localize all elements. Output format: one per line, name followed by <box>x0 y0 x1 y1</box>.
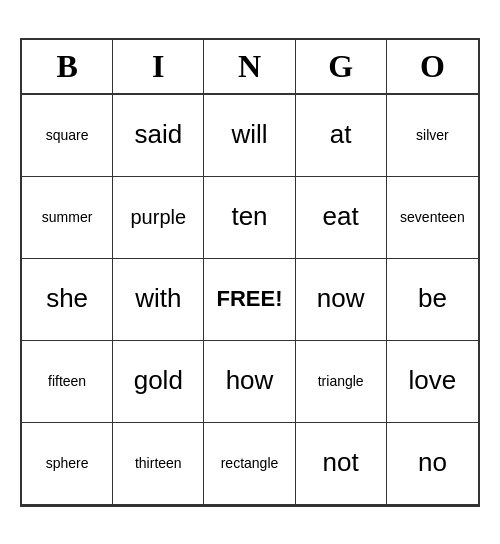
bingo-cell: triangle <box>296 341 387 423</box>
bingo-cell: ten <box>204 177 295 259</box>
bingo-header: BINGO <box>22 40 478 95</box>
bingo-cell: fifteen <box>22 341 113 423</box>
bingo-cell: silver <box>387 95 478 177</box>
bingo-cell: not <box>296 423 387 505</box>
header-letter: G <box>296 40 387 93</box>
bingo-grid: squaresaidwillatsilversummerpurpleteneat… <box>22 95 478 505</box>
bingo-cell: now <box>296 259 387 341</box>
bingo-cell: square <box>22 95 113 177</box>
bingo-cell: FREE! <box>204 259 295 341</box>
bingo-cell: eat <box>296 177 387 259</box>
bingo-cell: she <box>22 259 113 341</box>
bingo-cell: how <box>204 341 295 423</box>
bingo-cell: love <box>387 341 478 423</box>
bingo-cell: rectangle <box>204 423 295 505</box>
bingo-cell: thirteen <box>113 423 204 505</box>
header-letter: N <box>204 40 295 93</box>
bingo-cell: no <box>387 423 478 505</box>
bingo-cell: will <box>204 95 295 177</box>
bingo-cell: purple <box>113 177 204 259</box>
bingo-cell: with <box>113 259 204 341</box>
bingo-cell: said <box>113 95 204 177</box>
bingo-cell: seventeen <box>387 177 478 259</box>
bingo-cell: gold <box>113 341 204 423</box>
bingo-cell: sphere <box>22 423 113 505</box>
bingo-cell: be <box>387 259 478 341</box>
header-letter: I <box>113 40 204 93</box>
bingo-cell: summer <box>22 177 113 259</box>
header-letter: O <box>387 40 478 93</box>
bingo-card: BINGO squaresaidwillatsilversummerpurple… <box>20 38 480 507</box>
header-letter: B <box>22 40 113 93</box>
bingo-cell: at <box>296 95 387 177</box>
